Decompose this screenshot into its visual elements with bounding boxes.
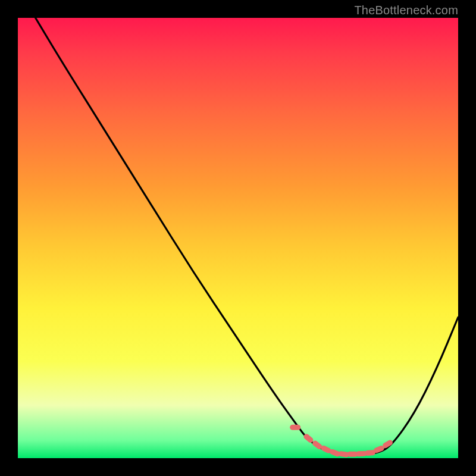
highlight-dot <box>290 425 300 430</box>
chart-frame: TheBottleneck.com <box>0 0 476 476</box>
watermark-text: TheBottleneck.com <box>354 4 458 17</box>
curve-line <box>36 18 458 455</box>
plot-area <box>18 18 458 458</box>
curve-svg <box>18 18 458 458</box>
